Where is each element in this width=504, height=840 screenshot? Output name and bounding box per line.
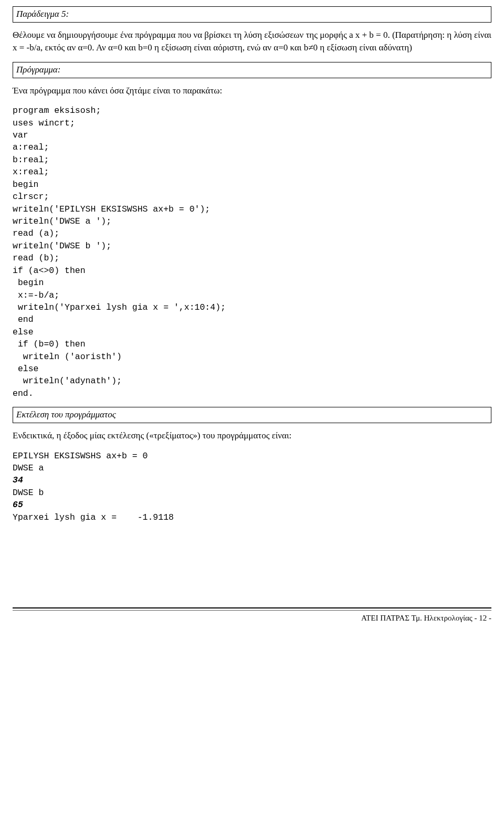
- output-block: EPILYSH EKSISWSHS ax+b = 0 DWSE a 34 DWS…: [13, 450, 491, 524]
- example-title: Παράδειγμα 5:: [16, 9, 69, 19]
- out-line3: DWSE b: [13, 488, 44, 498]
- footer-rule-1: [13, 607, 491, 608]
- program-intro: Ένα πρόγραμμα που κάνει όσα ζητάμε είναι…: [13, 85, 491, 98]
- out-input2: 65: [13, 500, 23, 510]
- execution-subheading: Εκτέλεση του προγράμματος: [16, 410, 116, 419]
- example-title-box: Παράδειγμα 5:: [13, 6, 491, 23]
- execution-intro: Ενδεικτικά, η έξοδος μίας εκτέλεσης («τρ…: [13, 429, 491, 443]
- out-line2: DWSE a: [13, 463, 44, 473]
- out-line4: Yparxei lysh gia x = -1.9118: [13, 512, 174, 522]
- description-paragraph: Θέλουμε να δημιουργήσουμε ένα πρόγραμμα …: [13, 29, 491, 55]
- footer-text: ΑΤΕΙ ΠΑΤΡΑΣ Τμ. Ηλεκτρολογίας - 12 -: [13, 611, 491, 633]
- program-subheading-box: Πρόγραμμα:: [13, 62, 491, 78]
- out-line1: EPILYSH EKSISWSHS ax+b = 0: [13, 451, 148, 461]
- code-block: program eksisosh; uses wincrt; var a:rea…: [13, 104, 491, 400]
- out-input1: 34: [13, 475, 23, 485]
- program-subheading: Πρόγραμμα:: [16, 65, 60, 75]
- execution-subheading-box: Εκτέλεση του προγράμματος: [13, 407, 491, 423]
